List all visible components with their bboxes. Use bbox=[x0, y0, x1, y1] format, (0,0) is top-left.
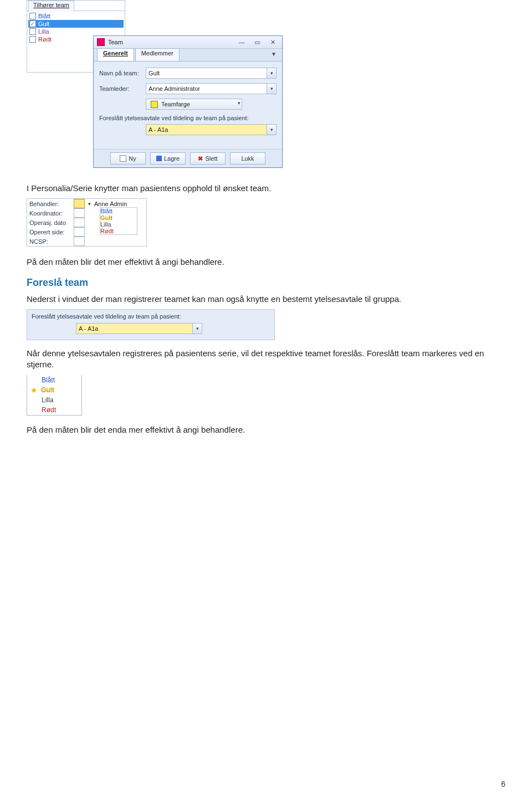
teamleder-label: Teamleder: bbox=[99, 85, 142, 92]
foreslatt-input[interactable]: A - A1a▾ bbox=[146, 124, 277, 135]
tab-label: Medlemmer bbox=[141, 50, 173, 57]
field[interactable] bbox=[74, 218, 85, 227]
team-label: Gult bbox=[41, 386, 54, 394]
checkbox[interactable] bbox=[29, 28, 36, 35]
input-value: A - A1a bbox=[79, 325, 98, 332]
maximize-icon[interactable]: ▭ bbox=[251, 38, 263, 46]
team-label: Lilla bbox=[38, 28, 49, 35]
dropdown-item[interactable]: Lilla bbox=[100, 221, 137, 228]
color-swatch-icon bbox=[151, 101, 158, 108]
operasjdato-label: Operasj. dato bbox=[29, 219, 70, 226]
navn-label: Navn på team: bbox=[99, 70, 142, 76]
body-text: På den måten blir det mer effektivt å an… bbox=[27, 257, 505, 268]
close-icon[interactable]: ✕ bbox=[267, 38, 279, 46]
team-label: Blått bbox=[42, 376, 55, 384]
lagre-button[interactable]: Lagre bbox=[150, 152, 186, 165]
dropdown-icon[interactable]: ▾ bbox=[88, 201, 91, 207]
delete-icon: ✖ bbox=[198, 156, 203, 162]
team-dialog: Team — ▭ ✕ Generelt Medlemmer ▼ Navn på … bbox=[93, 35, 283, 168]
dropdown-item[interactable]: Rødt bbox=[100, 228, 137, 234]
tab-menu-icon[interactable]: ▼ bbox=[271, 51, 279, 59]
save-icon bbox=[156, 156, 162, 161]
tab-medlemmer[interactable]: Medlemmer bbox=[135, 48, 180, 61]
new-icon bbox=[120, 155, 126, 162]
dialog-title: Team bbox=[108, 39, 123, 45]
button-label: Slett bbox=[205, 155, 217, 162]
checkbox[interactable] bbox=[29, 36, 36, 43]
dropdown-item[interactable]: Gult bbox=[100, 214, 137, 221]
tab-label: Generelt bbox=[103, 50, 128, 57]
foreslatt-label: Foreslått ytelsesavtale ved tildeling av… bbox=[99, 115, 277, 121]
body-text: Når denne ytelsesavtalen registreres på … bbox=[27, 348, 505, 371]
navn-input[interactable]: Gult▾ bbox=[146, 68, 277, 79]
list-item[interactable]: Blått bbox=[28, 12, 124, 20]
teamleder-input[interactable]: Anne Administrator▾ bbox=[146, 83, 277, 94]
tab-tilhorer-team[interactable]: Tilhører team bbox=[28, 1, 74, 12]
team-label: Rødt bbox=[42, 406, 56, 414]
dropdown-item[interactable]: Blått bbox=[100, 208, 137, 214]
list-item[interactable]: ★Gult bbox=[27, 385, 81, 395]
team-label: Gult bbox=[38, 20, 49, 27]
ncsp-label: NCSP: bbox=[29, 238, 70, 245]
operertside-label: Operert side: bbox=[29, 229, 70, 235]
checkbox[interactable]: ✓ bbox=[29, 20, 36, 27]
foreslatt-caption: Foreslått ytelsesavtale ved tildeling av… bbox=[32, 313, 270, 320]
list-item[interactable]: Lilla bbox=[27, 395, 81, 405]
slett-button[interactable]: ✖Slett bbox=[190, 152, 226, 165]
body-text: I Personalia/Serie knytter man pasienten… bbox=[27, 183, 505, 194]
list-item[interactable]: Rødt bbox=[27, 405, 81, 415]
field[interactable] bbox=[74, 227, 85, 237]
team-label: Lilla bbox=[42, 396, 53, 404]
app-icon bbox=[97, 38, 105, 46]
behandler-value: Anne Admin bbox=[94, 201, 127, 207]
list-item[interactable]: Blått bbox=[27, 375, 81, 385]
dropdown-icon[interactable]: ▾ bbox=[267, 68, 277, 79]
button-label: Ny bbox=[129, 155, 136, 162]
teamfarge-button[interactable]: Teamfarge ▾ bbox=[146, 99, 242, 110]
foreslatt-input[interactable]: A - A1a▾ bbox=[76, 323, 202, 334]
dropdown-icon[interactable]: ▾ bbox=[192, 323, 202, 334]
list-item[interactable]: Lilla bbox=[28, 28, 124, 35]
team-label: Rødt bbox=[38, 36, 52, 43]
dropdown-icon[interactable]: ▾ bbox=[238, 100, 241, 106]
koordinator-label: Koordinator: bbox=[29, 210, 70, 217]
dropdown-icon[interactable]: ▾ bbox=[267, 83, 277, 94]
team-color-selector[interactable] bbox=[74, 199, 85, 208]
minimize-icon[interactable]: — bbox=[236, 38, 248, 46]
button-label: Lagre bbox=[164, 155, 180, 162]
behandler-label: Behandler: bbox=[29, 201, 70, 207]
field[interactable] bbox=[74, 237, 85, 246]
button-label: Lukk bbox=[241, 155, 254, 162]
input-value: Anne Administrator bbox=[149, 85, 200, 92]
team-label: Blått bbox=[38, 13, 50, 19]
button-label: Teamfarge bbox=[161, 101, 190, 107]
page-number: 6 bbox=[501, 780, 505, 788]
ny-button[interactable]: Ny bbox=[110, 152, 146, 165]
star-icon: ★ bbox=[30, 386, 38, 394]
checkbox[interactable] bbox=[29, 13, 36, 19]
tab-label: Tilhører team bbox=[33, 2, 69, 8]
body-text: Nederst i vinduet der man registrerer te… bbox=[27, 294, 505, 305]
foreslatt-panel: Foreslått ytelsesavtale ved tildeling av… bbox=[27, 309, 275, 340]
input-value: Gult bbox=[149, 70, 160, 76]
tab-generelt[interactable]: Generelt bbox=[97, 48, 134, 61]
team-dropdown-list: Blått Gult Lilla Rødt bbox=[100, 207, 137, 235]
list-item[interactable]: ✓Gult bbox=[28, 20, 124, 28]
team-star-list: Blått ★Gult Lilla Rødt bbox=[27, 375, 82, 416]
body-text: På den måten blir det enda mer effektivt… bbox=[27, 424, 505, 435]
heading-foresla-team: Foreslå team bbox=[27, 276, 505, 289]
dialog-titlebar: Team — ▭ ✕ bbox=[94, 36, 282, 49]
input-value: A - A1a bbox=[149, 126, 168, 133]
dropdown-icon[interactable]: ▾ bbox=[267, 124, 277, 135]
lukk-button[interactable]: Lukk bbox=[230, 152, 265, 165]
field[interactable] bbox=[74, 208, 85, 218]
